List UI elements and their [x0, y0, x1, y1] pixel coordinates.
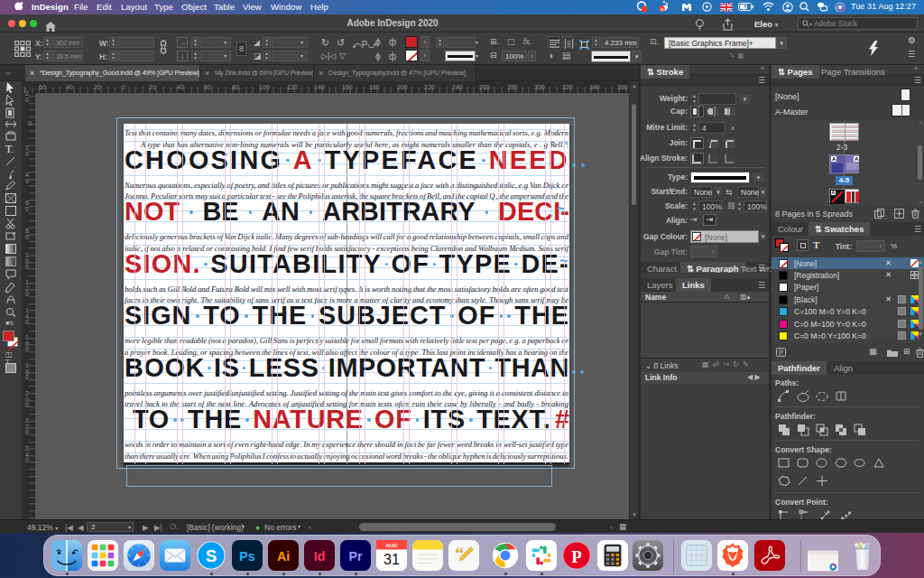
svg-text:P: P [571, 547, 582, 566]
svg-text:AUG: AUG [385, 542, 398, 548]
svg-text:Ai: Ai [277, 549, 290, 564]
svg-text:31: 31 [383, 551, 400, 567]
svg-text:+: + [12, 168, 14, 173]
svg-text:S: S [206, 546, 217, 565]
svg-text:A: A [832, 156, 836, 162]
svg-text:Id: Id [314, 549, 326, 564]
svg-text:Ps: Ps [239, 549, 254, 564]
svg-text:Pr: Pr [349, 549, 363, 564]
svg-text:a: a [661, 6, 664, 12]
svg-text:A: A [832, 190, 836, 195]
svg-text:A: A [855, 156, 859, 162]
